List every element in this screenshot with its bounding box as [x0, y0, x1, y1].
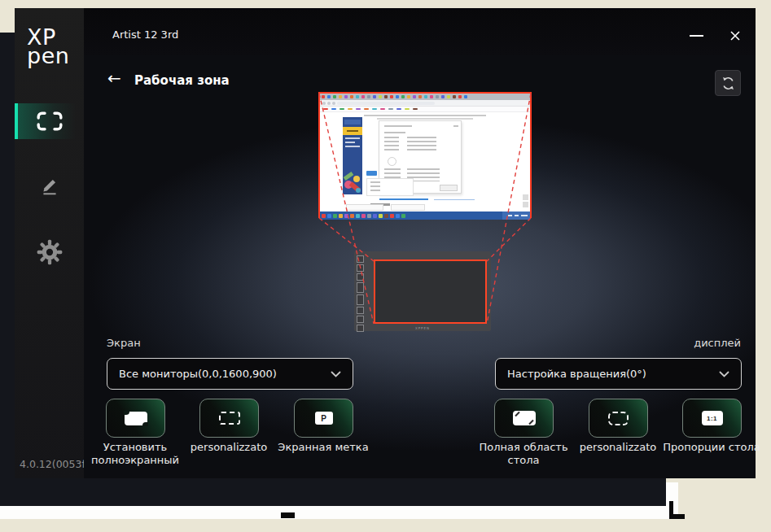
custom-area-icon	[608, 412, 629, 425]
display-label: дисплей	[694, 337, 741, 349]
screen-marker-label: Экранная метка	[273, 441, 374, 454]
refresh-button[interactable]	[715, 70, 741, 96]
preview-address-bar	[320, 100, 530, 107]
preview-illustration	[343, 170, 362, 194]
tablet-custom-button[interactable]	[589, 399, 648, 438]
custom-area-icon	[219, 412, 240, 425]
set-fullscreen-label: Установить полноэкранный	[85, 441, 186, 467]
xppen-logo: XP pen	[27, 28, 69, 65]
screen-custom-label: personalizzato	[178, 441, 279, 454]
tablet-custom-label: personalizzato	[567, 441, 668, 454]
full-tablet-area-icon	[513, 411, 536, 425]
preview-blue-sidebar	[343, 117, 362, 194]
tablet-active-area[interactable]	[374, 259, 487, 324]
background-white-window	[0, 506, 678, 519]
chevron-down-icon	[331, 371, 341, 377]
refresh-icon	[721, 76, 736, 91]
close-button[interactable]	[725, 26, 746, 46]
work-area-page: ← Рабочая зона	[84, 55, 756, 478]
desktop: Artist 12 3rd XP pen	[0, 0, 771, 532]
preview-webpage	[320, 112, 530, 211]
screen-preview[interactable]	[318, 92, 532, 218]
rotation-select-value: Настройка вращения(0°)	[507, 368, 646, 380]
work-area-icon	[37, 111, 63, 131]
set-fullscreen-button[interactable]	[106, 399, 165, 438]
sidebar-item-settings[interactable]	[15, 234, 84, 270]
minimize-icon	[690, 35, 703, 37]
ratio-icon: 1:1	[702, 411, 723, 425]
tablet-proportions-button[interactable]: 1:1	[682, 399, 742, 438]
monitor-select[interactable]: Все мониторы(0,0,1600,900)	[107, 358, 353, 390]
chevron-down-icon	[719, 371, 729, 377]
tablet-proportions-label: Пропорции стола	[661, 441, 762, 454]
monitor-select-value: Все мониторы(0,0,1600,900)	[119, 368, 277, 380]
back-button[interactable]: ←	[107, 70, 121, 86]
screen-marker-icon: P	[315, 412, 333, 425]
sidebar-item-work-area[interactable]	[15, 103, 84, 139]
screen-label: Экран	[107, 337, 141, 349]
xppen-app-window: Artist 12 3rd XP pen	[15, 8, 756, 478]
tablet-preview: XPPEN	[354, 251, 491, 331]
background-artifact	[281, 512, 295, 518]
minimize-button[interactable]	[686, 26, 707, 46]
preview-system-tray	[502, 211, 530, 220]
page-title: Рабочая зона	[134, 73, 230, 88]
tablet-logo: XPPEN	[415, 326, 430, 330]
preview-taskbar	[320, 211, 530, 220]
titlebar: Artist 12 3rd	[15, 8, 756, 55]
screen-marker-button[interactable]: P	[294, 399, 353, 438]
sidebar-item-pen-settings[interactable]	[15, 168, 84, 203]
sidebar: XP pen	[15, 8, 84, 478]
full-tablet-area-label: Полная область стола	[473, 441, 574, 467]
background-corner-artifact	[669, 501, 685, 519]
fullscreen-area-icon	[125, 412, 147, 425]
screen-custom-button[interactable]	[199, 399, 259, 438]
close-icon	[729, 29, 742, 42]
window-title: Artist 12 3rd	[112, 28, 178, 41]
tablet-express-keys	[357, 255, 364, 332]
gear-icon	[37, 239, 63, 265]
preview-bookmarks-bar	[320, 107, 530, 112]
rotation-select[interactable]: Настройка вращения(0°)	[495, 358, 742, 390]
pen-icon	[39, 175, 60, 196]
logo-line-2: pen	[27, 46, 69, 65]
full-tablet-area-button[interactable]	[494, 399, 554, 438]
preview-browser-tabs	[320, 94, 530, 100]
